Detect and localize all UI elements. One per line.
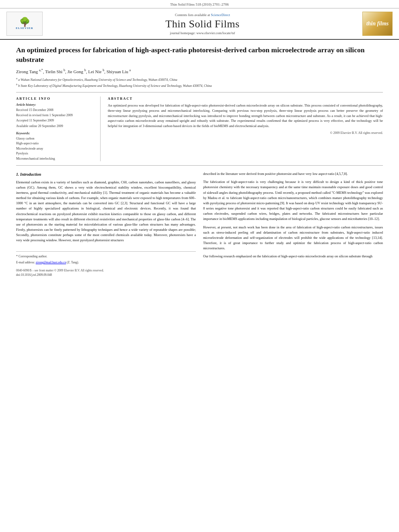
copyright-line: © 2009 Elsevier B.V. All rights reserved… xyxy=(108,131,383,135)
col-left: 1. Introduction Elemental carbon exists … xyxy=(16,171,196,277)
keyword-2: High-aspect-ratio xyxy=(16,141,95,146)
paper-body: An optimized process for fabrication of … xyxy=(0,40,399,286)
intro-para3: The fabrication of high-aspect-ratio is … xyxy=(203,179,383,222)
footer-area: * Corresponding author. E-mail address: … xyxy=(16,251,196,277)
keyword-3: Microelectrode array xyxy=(16,146,95,151)
journal-header: Thin Solid Films 518 (2010) 2701–2706 xyxy=(0,0,399,8)
abstract-col: ABSTRACT An optimized process was develo… xyxy=(108,97,383,161)
revised-date: Received in revised form 1 September 200… xyxy=(16,113,95,118)
keyword-4: Pyrolysis xyxy=(16,151,95,156)
affiliation-b: b b State Key Laboratory of Digital Manu… xyxy=(16,82,383,88)
journal-citation: Thin Solid Films 518 (2010) 2701–2706 xyxy=(170,2,229,6)
intro-para1: Elemental carbon exists in a variety of … xyxy=(16,180,196,243)
elsevier-name: ELSEVIER xyxy=(16,27,33,30)
doi-line: doi:10.1016/j.tsf.2009.09.048 xyxy=(16,273,196,277)
intro-para4: However, at present, not much work has b… xyxy=(203,225,383,251)
email-link[interactable]: zirong@mail.hust.edu.cn xyxy=(36,261,66,264)
journal-homepage: journal homepage: www.elsevier.com/locat… xyxy=(47,31,358,35)
keyword-5: Micromechanical interlocking xyxy=(16,156,95,161)
authors-line: Zirong Tang a,*, Tielin Shi b, Jie Gong … xyxy=(16,68,383,74)
col-right: described in the literature were derived… xyxy=(203,171,383,277)
authors-text: Zirong Tang a,*, Tielin Shi b, Jie Gong … xyxy=(16,69,131,74)
corresponding-author-note: * Corresponding author. xyxy=(16,254,196,259)
paper-title: An optimized process for fabrication of … xyxy=(16,45,383,64)
keyword-1: Glassy carbon xyxy=(16,136,95,141)
article-info: ARTICLE INFO Article history: Received 1… xyxy=(16,97,101,161)
footer-bottom: 0040-6090/$ – see front matter © 2009 El… xyxy=(16,268,196,273)
issn-line: 0040-6090/$ – see front matter © 2009 El… xyxy=(16,268,104,273)
keywords-block: Keywords: Glassy carbon High-aspect-rati… xyxy=(16,131,95,161)
intro-section-title: 1. Introduction xyxy=(16,171,196,178)
article-history-label: Article history: xyxy=(16,103,95,107)
accepted-date: Accepted 11 September 2009 xyxy=(16,118,95,123)
article-info-heading: ARTICLE INFO xyxy=(16,97,95,101)
abstract-text: An optimized process was developed for f… xyxy=(108,103,383,129)
affiliation-a: a a Wuhan National Laboratory for Optoel… xyxy=(16,76,383,82)
sciencedirect-line: Contents lists available at ScienceDirec… xyxy=(47,13,358,17)
keywords-label: Keywords: xyxy=(16,131,95,135)
intro-para5: Our following research emphasized on the… xyxy=(203,254,383,259)
title-bar: 🌳 ELSEVIER Contents lists available at S… xyxy=(0,8,399,40)
sciencedirect-link[interactable]: ScienceDirect xyxy=(211,13,230,17)
affiliations: a a Wuhan National Laboratory for Optoel… xyxy=(16,76,383,88)
received-date: Received 15 December 2008 xyxy=(16,108,95,113)
abstract-heading: ABSTRACT xyxy=(108,97,383,101)
intro-para2: described in the literature were derived… xyxy=(203,171,383,177)
email-line: E-mail address: zirong@mail.hust.edu.cn … xyxy=(16,260,196,265)
info-abstract-section: ARTICLE INFO Article history: Received 1… xyxy=(16,92,383,166)
elsevier-logo: 🌳 ELSEVIER xyxy=(6,12,43,36)
journal-name: Thin Solid Films xyxy=(47,18,358,30)
tsf-logo: thin films xyxy=(362,12,393,36)
available-date: Available online 20 September 2009 xyxy=(16,124,95,129)
elsevier-tree-icon: 🌳 xyxy=(19,18,30,27)
main-columns: 1. Introduction Elemental carbon exists … xyxy=(16,171,383,277)
journal-title-center: Contents lists available at ScienceDirec… xyxy=(47,13,358,35)
